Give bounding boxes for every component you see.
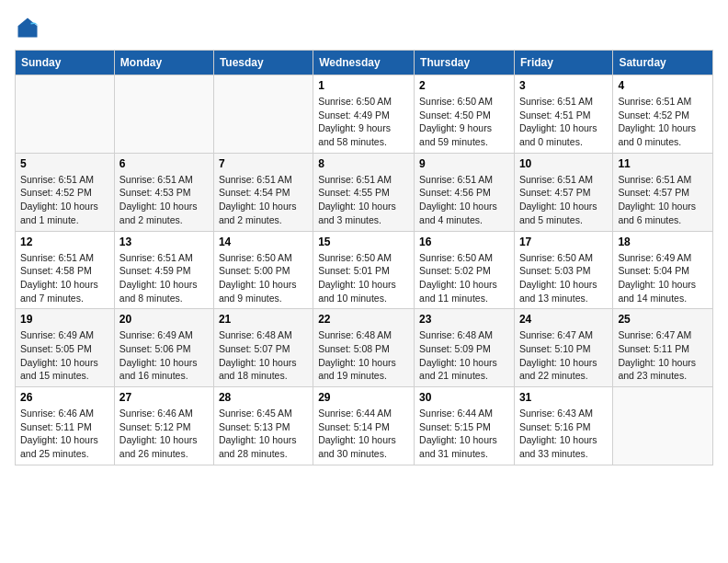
day-cell: 2Sunrise: 6:50 AM Sunset: 4:50 PM Daylig… [415, 75, 515, 154]
day-number: 25 [618, 313, 708, 326]
day-cell: 30Sunrise: 6:44 AM Sunset: 5:15 PM Dayli… [415, 387, 515, 465]
col-header-monday: Monday [114, 51, 213, 75]
day-info: Sunrise: 6:50 AM Sunset: 5:00 PM Dayligh… [219, 251, 308, 305]
day-info: Sunrise: 6:51 AM Sunset: 4:59 PM Dayligh… [119, 251, 209, 305]
day-cell: 24Sunrise: 6:47 AM Sunset: 5:10 PM Dayli… [514, 309, 612, 387]
day-cell: 29Sunrise: 6:44 AM Sunset: 5:14 PM Dayli… [313, 387, 415, 465]
day-info: Sunrise: 6:47 AM Sunset: 5:11 PM Dayligh… [618, 328, 708, 383]
day-number: 27 [119, 391, 209, 404]
day-cell: 20Sunrise: 6:49 AM Sunset: 5:06 PM Dayli… [114, 309, 213, 387]
day-info: Sunrise: 6:50 AM Sunset: 4:50 PM Dayligh… [419, 95, 509, 149]
day-info: Sunrise: 6:51 AM Sunset: 4:52 PM Dayligh… [618, 95, 708, 149]
day-number: 9 [419, 157, 509, 170]
day-cell: 4Sunrise: 6:51 AM Sunset: 4:52 PM Daylig… [613, 75, 713, 154]
day-number: 16 [419, 236, 509, 248]
day-number: 21 [219, 313, 308, 326]
day-number: 14 [219, 236, 308, 248]
day-info: Sunrise: 6:46 AM Sunset: 5:11 PM Dayligh… [20, 407, 109, 461]
calendar-table: SundayMondayTuesdayWednesdayThursdayFrid… [15, 50, 713, 465]
day-info: Sunrise: 6:44 AM Sunset: 5:14 PM Dayligh… [318, 407, 409, 461]
day-number: 4 [618, 79, 708, 92]
day-number: 13 [119, 236, 209, 248]
week-row-4: 19Sunrise: 6:49 AM Sunset: 5:05 PM Dayli… [16, 309, 713, 387]
day-info: Sunrise: 6:49 AM Sunset: 5:04 PM Dayligh… [618, 251, 708, 305]
col-header-friday: Friday [514, 51, 612, 75]
week-row-2: 5Sunrise: 6:51 AM Sunset: 4:52 PM Daylig… [16, 153, 713, 231]
day-info: Sunrise: 6:51 AM Sunset: 4:53 PM Dayligh… [119, 173, 209, 227]
day-cell: 15Sunrise: 6:50 AM Sunset: 5:01 PM Dayli… [313, 231, 415, 309]
day-cell: 10Sunrise: 6:51 AM Sunset: 4:57 PM Dayli… [514, 153, 612, 231]
day-header-row: SundayMondayTuesdayWednesdayThursdayFrid… [16, 51, 713, 75]
day-info: Sunrise: 6:45 AM Sunset: 5:13 PM Dayligh… [219, 407, 308, 461]
day-number: 8 [318, 157, 409, 170]
week-row-3: 12Sunrise: 6:51 AM Sunset: 4:58 PM Dayli… [16, 231, 713, 309]
day-number: 2 [419, 79, 509, 92]
day-info: Sunrise: 6:51 AM Sunset: 4:57 PM Dayligh… [618, 173, 708, 227]
day-info: Sunrise: 6:49 AM Sunset: 5:05 PM Dayligh… [20, 328, 109, 383]
day-number: 7 [219, 157, 308, 170]
day-info: Sunrise: 6:47 AM Sunset: 5:10 PM Dayligh… [519, 328, 608, 383]
day-number: 11 [618, 157, 708, 170]
day-number: 24 [519, 313, 608, 326]
day-info: Sunrise: 6:49 AM Sunset: 5:06 PM Dayligh… [119, 328, 209, 383]
day-info: Sunrise: 6:51 AM Sunset: 4:56 PM Dayligh… [419, 173, 509, 227]
day-cell: 18Sunrise: 6:49 AM Sunset: 5:04 PM Dayli… [613, 231, 713, 309]
day-cell: 23Sunrise: 6:48 AM Sunset: 5:09 PM Dayli… [415, 309, 515, 387]
day-cell [613, 387, 713, 465]
day-cell: 31Sunrise: 6:43 AM Sunset: 5:16 PM Dayli… [514, 387, 612, 465]
logo-icon [15, 15, 40, 40]
day-number: 29 [318, 391, 409, 404]
day-cell: 17Sunrise: 6:50 AM Sunset: 5:03 PM Dayli… [514, 231, 612, 309]
day-info: Sunrise: 6:46 AM Sunset: 5:12 PM Dayligh… [119, 407, 209, 461]
week-row-1: 1Sunrise: 6:50 AM Sunset: 4:49 PM Daylig… [16, 75, 713, 154]
day-number: 3 [519, 79, 608, 92]
day-cell: 11Sunrise: 6:51 AM Sunset: 4:57 PM Dayli… [613, 153, 713, 231]
day-number: 28 [219, 391, 308, 404]
day-cell: 14Sunrise: 6:50 AM Sunset: 5:00 PM Dayli… [213, 231, 313, 309]
col-header-saturday: Saturday [613, 51, 713, 75]
day-info: Sunrise: 6:51 AM Sunset: 4:58 PM Dayligh… [20, 251, 109, 305]
day-cell: 3Sunrise: 6:51 AM Sunset: 4:51 PM Daylig… [514, 75, 612, 154]
day-number: 22 [318, 313, 409, 326]
day-number: 6 [119, 157, 209, 170]
day-info: Sunrise: 6:43 AM Sunset: 5:16 PM Dayligh… [519, 407, 608, 461]
day-cell: 19Sunrise: 6:49 AM Sunset: 5:05 PM Dayli… [16, 309, 115, 387]
day-number: 31 [519, 391, 608, 404]
day-info: Sunrise: 6:50 AM Sunset: 5:01 PM Dayligh… [318, 251, 409, 305]
day-cell: 12Sunrise: 6:51 AM Sunset: 4:58 PM Dayli… [16, 231, 115, 309]
col-header-wednesday: Wednesday [313, 51, 415, 75]
day-cell: 8Sunrise: 6:51 AM Sunset: 4:55 PM Daylig… [313, 153, 415, 231]
day-number: 30 [419, 391, 509, 404]
day-info: Sunrise: 6:50 AM Sunset: 5:03 PM Dayligh… [519, 251, 608, 305]
day-number: 17 [519, 236, 608, 248]
day-cell: 22Sunrise: 6:48 AM Sunset: 5:08 PM Dayli… [313, 309, 415, 387]
day-cell: 26Sunrise: 6:46 AM Sunset: 5:11 PM Dayli… [16, 387, 115, 465]
day-cell [213, 75, 313, 154]
day-number: 1 [318, 79, 409, 92]
day-number: 5 [20, 157, 109, 170]
day-cell: 7Sunrise: 6:51 AM Sunset: 4:54 PM Daylig… [213, 153, 313, 231]
day-info: Sunrise: 6:48 AM Sunset: 5:07 PM Dayligh… [219, 328, 308, 383]
day-cell: 5Sunrise: 6:51 AM Sunset: 4:52 PM Daylig… [16, 153, 115, 231]
day-cell: 16Sunrise: 6:50 AM Sunset: 5:02 PM Dayli… [415, 231, 515, 309]
day-info: Sunrise: 6:51 AM Sunset: 4:57 PM Dayligh… [519, 173, 608, 227]
day-info: Sunrise: 6:51 AM Sunset: 4:55 PM Dayligh… [318, 173, 409, 227]
day-cell: 28Sunrise: 6:45 AM Sunset: 5:13 PM Dayli… [213, 387, 313, 465]
day-cell: 25Sunrise: 6:47 AM Sunset: 5:11 PM Dayli… [613, 309, 713, 387]
day-info: Sunrise: 6:51 AM Sunset: 4:54 PM Dayligh… [219, 173, 308, 227]
day-number: 23 [419, 313, 509, 326]
day-cell: 13Sunrise: 6:51 AM Sunset: 4:59 PM Dayli… [114, 231, 213, 309]
day-cell [114, 75, 213, 154]
day-cell: 9Sunrise: 6:51 AM Sunset: 4:56 PM Daylig… [415, 153, 515, 231]
logo [15, 15, 44, 40]
day-info: Sunrise: 6:51 AM Sunset: 4:52 PM Dayligh… [20, 173, 109, 227]
day-cell: 21Sunrise: 6:48 AM Sunset: 5:07 PM Dayli… [213, 309, 313, 387]
day-cell: 1Sunrise: 6:50 AM Sunset: 4:49 PM Daylig… [313, 75, 415, 154]
day-number: 15 [318, 236, 409, 248]
col-header-sunday: Sunday [16, 51, 115, 75]
svg-marker-0 [18, 18, 38, 38]
day-info: Sunrise: 6:50 AM Sunset: 4:49 PM Dayligh… [318, 95, 409, 149]
day-number: 26 [20, 391, 109, 404]
day-number: 20 [119, 313, 209, 326]
day-cell [16, 75, 115, 154]
